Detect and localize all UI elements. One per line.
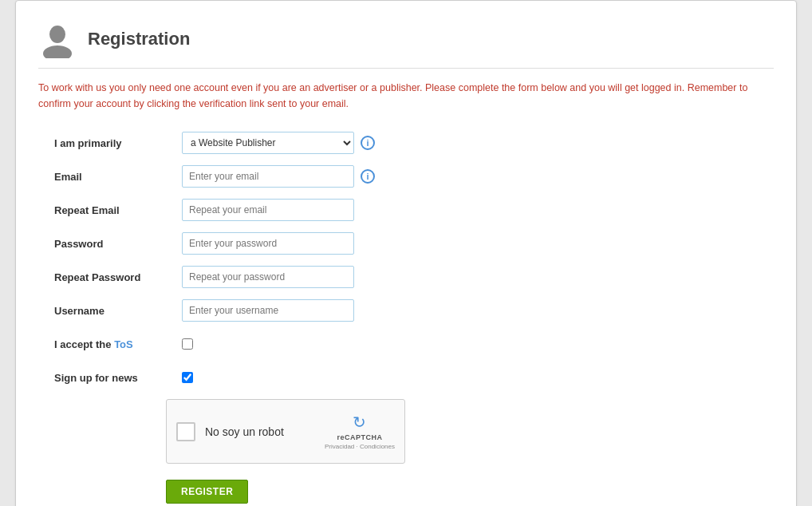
captcha-links: Privacidad · Condiciones	[325, 443, 395, 450]
email-info-icon[interactable]: i	[361, 169, 375, 184]
registration-card: Registration To work with us you only ne…	[15, 0, 797, 506]
captcha-logo-icon: ↻	[353, 413, 366, 432]
email-label: Email	[54, 171, 182, 183]
news-label: Sign up for news	[54, 372, 182, 384]
primarily-info-icon[interactable]: i	[361, 136, 375, 150]
repeat-email-row: Repeat Email	[54, 198, 774, 222]
captcha-label: No soy un robot	[205, 425, 284, 438]
tos-label: I accept the ToS	[54, 338, 182, 350]
password-label: Password	[54, 238, 182, 250]
user-avatar-icon	[38, 20, 77, 58]
captcha-brand: reCAPTCHA	[337, 433, 382, 441]
primarily-label: I am primarily	[54, 137, 182, 149]
page-title: Registration	[88, 29, 190, 49]
page-header: Registration	[38, 20, 774, 69]
email-row: Email i	[54, 164, 774, 188]
captcha-right: ↻ reCAPTCHA Privacidad · Condiciones	[325, 413, 395, 450]
password-row: Password	[54, 231, 774, 255]
username-row: Username	[54, 298, 774, 322]
primarily-row: I am primarily a Website Publisher an Ad…	[54, 131, 774, 155]
register-button[interactable]: REGISTER	[166, 480, 248, 504]
news-checkbox[interactable]	[182, 372, 193, 383]
captcha-widget[interactable]: No soy un robot ↻ reCAPTCHA Privacidad ·…	[166, 399, 405, 464]
repeat-password-row: Repeat Password	[54, 265, 774, 289]
repeat-email-input[interactable]	[182, 199, 354, 221]
svg-point-1	[43, 45, 72, 58]
captcha-checkbox[interactable]	[176, 422, 195, 441]
repeat-password-input[interactable]	[182, 266, 354, 288]
registration-form: I am primarily a Website Publisher an Ad…	[38, 131, 774, 389]
tos-link[interactable]: ToS	[114, 338, 133, 350]
news-row: Sign up for news	[54, 366, 774, 389]
primarily-select[interactable]: a Website Publisher an Advertiser Both	[182, 132, 354, 154]
captcha-left: No soy un robot	[176, 422, 284, 441]
password-input[interactable]	[182, 232, 354, 255]
tos-checkbox[interactable]	[182, 338, 193, 350]
repeat-email-label: Repeat Email	[54, 204, 182, 216]
tos-row: I accept the ToS	[54, 332, 774, 356]
repeat-password-label: Repeat Password	[54, 271, 182, 283]
username-label: Username	[54, 305, 182, 317]
page-description: To work with us you only need one accoun…	[38, 80, 774, 112]
username-input[interactable]	[182, 299, 354, 322]
email-input[interactable]	[182, 165, 354, 188]
svg-point-0	[49, 26, 65, 43]
